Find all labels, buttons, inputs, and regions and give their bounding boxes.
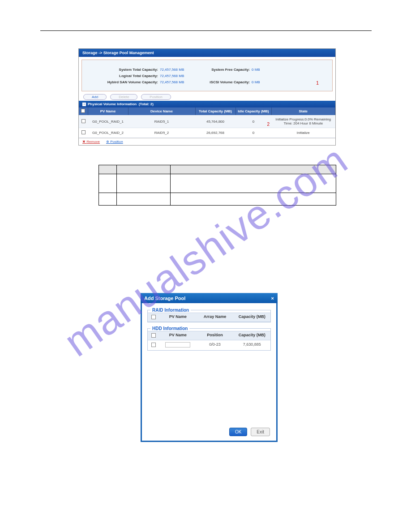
raid-col-pv: PV Name	[159, 313, 197, 322]
hdd-row: 0/0-23 7,630,885	[148, 340, 270, 350]
remove-link[interactable]: Remove	[82, 140, 100, 144]
table-footer: Remove Position	[79, 138, 335, 145]
cell-idle: 0	[235, 128, 271, 138]
ok-button[interactable]: OK	[229, 428, 247, 436]
physical-volume-table: PV Name Device Name Total Capacity (MB) …	[79, 107, 335, 138]
system-total-capacity-label: System Total Capacity:	[88, 68, 160, 72]
dialog-buttons: OK Exit	[229, 428, 270, 436]
logical-total-capacity-value: 72,457,568 MB	[160, 74, 200, 78]
raid-legend: RAID Information	[150, 308, 191, 313]
cell-pv-name: G0_POOL_RAID_2	[88, 128, 128, 138]
cell-total: 26,692,768	[195, 128, 235, 138]
iscsi-capacity-value: 0 MB	[252, 80, 260, 84]
desc-row-1	[99, 174, 336, 193]
col-state: State	[271, 107, 335, 115]
select-all-checkbox[interactable]	[81, 109, 85, 113]
action-tabs: Add Delete Position	[83, 94, 331, 100]
section-total: (Total: 2)	[139, 102, 154, 106]
add-tab[interactable]: Add	[83, 94, 107, 100]
col-pv-name: PV Name	[88, 107, 128, 115]
hdd-information-fieldset: HDD Information PV Name Position Capacit…	[147, 326, 271, 351]
cell-state: Initialize Progress:0.0% Remaining Time:…	[271, 115, 335, 128]
system-free-capacity-value: 0 MB	[252, 68, 260, 72]
hdd-legend: HDD Information	[150, 326, 189, 331]
dialog-title: Add Storage Pool	[144, 296, 185, 301]
raid-col-capacity: Capacity (MB)	[233, 313, 270, 322]
cell-device-name: RAID5_2	[128, 128, 195, 138]
table-header-row: PV Name Device Name Total Capacity (MB) …	[79, 107, 335, 115]
raid-table-header: PV Name Array Name Capacity (MB)	[148, 313, 270, 322]
hdd-position-value: 0/0-23	[197, 340, 234, 350]
col-total-capacity: Total Capacity (MB)	[195, 107, 235, 115]
iscsi-capacity-label: iSCSI Volume Capacity:	[200, 80, 252, 84]
section-title: Physical Volume Information	[88, 102, 137, 106]
panel-title: Storage -> Storage Pool Management	[79, 49, 335, 57]
page-divider	[40, 30, 372, 31]
desc-row-2	[99, 193, 336, 206]
storage-pool-management-screenshot: Storage -> Storage Pool Management Syste…	[78, 48, 336, 146]
cell-state: Initialize	[271, 128, 335, 138]
close-icon[interactable]: ×	[271, 296, 274, 301]
hdd-col-pv: PV Name	[159, 331, 197, 340]
row-checkbox[interactable]	[81, 130, 86, 134]
description-table	[98, 165, 336, 206]
position-tab[interactable]: Position	[141, 94, 171, 100]
hdd-col-position: Position	[197, 331, 234, 340]
hdd-capacity-value: 7,630,885	[233, 340, 270, 350]
exit-button[interactable]: Exit	[251, 428, 270, 436]
logical-total-capacity-label: Logical Total Capacity:	[88, 74, 160, 78]
desc-header-row	[99, 165, 336, 174]
add-storage-pool-dialog: Add Storage Pool × RAID Information PV N…	[141, 293, 278, 442]
table-row: G0_POOL_RAID_2 RAID5_2 26,692,768 0 Init…	[79, 128, 335, 138]
cell-total: 45,764,800	[195, 115, 235, 128]
raid-col-array: Array Name	[197, 313, 234, 322]
hdd-col-capacity: Capacity (MB)	[233, 331, 270, 340]
col-idle-capacity: Idle Capacity (MB)	[235, 107, 271, 115]
hybrid-san-capacity-value: 72,457,568 MB	[160, 80, 200, 84]
delete-tab[interactable]: Delete	[110, 94, 137, 100]
dialog-titlebar: Add Storage Pool ×	[141, 293, 278, 303]
hdd-table-header: PV Name Position Capacity (MB)	[148, 331, 270, 340]
table-row: G0_POOL_RAID_1 RAID5_1 45,764,800 0 2 In…	[79, 115, 335, 128]
cell-pv-name: G0_POOL_RAID_1	[88, 115, 128, 128]
callout-marker-2: 2	[267, 122, 270, 127]
position-link[interactable]: Position	[106, 140, 123, 144]
hdd-row-checkbox[interactable]	[151, 343, 156, 347]
pv-name-input[interactable]	[165, 342, 190, 348]
callout-marker-1: 1	[316, 80, 319, 86]
raid-information-fieldset: RAID Information PV Name Array Name Capa…	[147, 308, 271, 322]
physical-volume-section-header: − Physical Volume Information (Total: 2)	[79, 101, 335, 107]
cell-device-name: RAID5_1	[128, 115, 195, 128]
row-checkbox[interactable]	[81, 119, 86, 123]
hybrid-san-capacity-label: Hybird SAN Volume Capacity:	[88, 80, 160, 84]
capacity-summary-box: System Total Capacity: 72,457,568 MB Sys…	[81, 60, 333, 91]
col-device-name: Device Name	[128, 107, 195, 115]
system-total-capacity-value: 72,457,568 MB	[160, 68, 200, 72]
system-free-capacity-label: System Free Capacity:	[200, 68, 252, 72]
cell-idle: 0 2	[235, 115, 271, 128]
collapse-icon[interactable]: −	[82, 103, 86, 106]
raid-select-all-checkbox[interactable]	[151, 315, 156, 319]
hdd-select-all-checkbox[interactable]	[151, 333, 156, 338]
